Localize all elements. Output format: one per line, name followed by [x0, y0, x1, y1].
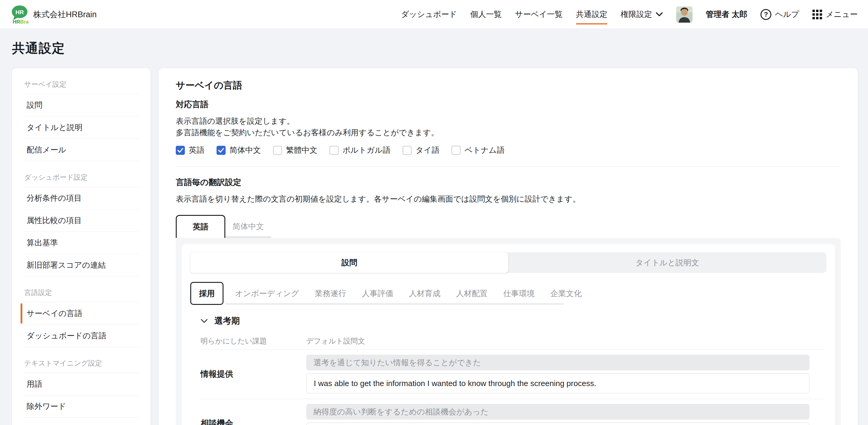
company-name: 株式会社HRBrain [33, 9, 97, 20]
checkbox-vietnamese[interactable]: ベトナム語 [452, 145, 504, 156]
checkbox-simplified-chinese[interactable]: 简体中文 [217, 145, 261, 156]
checkbox-traditional-chinese[interactable]: 繁體中文 [273, 145, 317, 156]
chevron-down-icon [200, 319, 208, 323]
hrbrain-logo-icon: HR HRBrain [10, 5, 28, 24]
avatar[interactable] [676, 6, 692, 23]
supported-languages-heading: 対応言語 [176, 99, 841, 110]
help-label: ヘルプ [775, 9, 799, 20]
question-table: 選考期 明らかにしたい課題 デフォルト設問文 情報提供 選考を通じて知りたい情報… [190, 315, 826, 425]
tab-onboarding[interactable]: オンボーディング [227, 282, 307, 305]
table-row: 情報提供 選考を通じて知りたい情報を得ることができた I was able to… [200, 350, 824, 399]
section-divider [176, 166, 841, 167]
nav-common-settings[interactable]: 共通設定 [576, 9, 607, 20]
language-checkbox-row: 英語 简体中文 繁體中文 ポルトガル語 タイ語 [176, 145, 841, 156]
checkbox-unchecked-icon [273, 146, 282, 155]
table-header-row: 明らかにしたい課題 デフォルト設問文 [200, 336, 826, 346]
sidebar-item-questions[interactable]: 設問 [24, 94, 139, 117]
segment-questions[interactable]: 設問 [190, 252, 508, 273]
tab-hr-evaluation[interactable]: 人事評価 [354, 282, 401, 305]
translation-settings-desc: 表示言語を切り替えた際の文言の初期値を設定します。各サーベイの編集画面では設問文… [176, 193, 841, 205]
chevron-down-icon [656, 12, 663, 17]
page-title: 共通設定 [12, 40, 858, 57]
checkbox-unchecked-icon [330, 146, 339, 155]
sidebar-item-excluded-words[interactable]: 除外ワード [24, 395, 139, 418]
sidebar-item-analysis-condition[interactable]: 分析条件の項目 [24, 187, 139, 209]
tab-talent-placement[interactable]: 人材配置 [448, 282, 495, 305]
tab-work-execution[interactable]: 業務遂行 [307, 282, 354, 305]
tab-english[interactable]: 英語 [176, 215, 225, 238]
row-label-information: 情報提供 [200, 368, 306, 380]
checkbox-unchecked-icon [403, 146, 412, 155]
top-navigation: ダッシュボード 個人一覧 サーベイ一覧 共通設定 権限設定 管理者 太郎 ? ヘ… [401, 6, 858, 23]
sidebar-section-text-mining-settings: テキストマイニング設定 [24, 354, 139, 373]
sidebar-item-title-description[interactable]: タイトルと説明 [24, 117, 139, 139]
tab-recruitment[interactable]: 採用 [190, 282, 223, 305]
nav-survey-list[interactable]: サーベイ一覧 [515, 9, 563, 20]
tab-work-environment[interactable]: 仕事環境 [495, 282, 542, 305]
menu-link[interactable]: メニュー [812, 9, 858, 20]
column-header-issue: 明らかにしたい課題 [200, 336, 306, 346]
japanese-question-input: 納得度の高い判断をするための相談機会があった [306, 404, 809, 420]
translation-panel: 設問 タイトルと説明文 採用 オンボーディング 業務遂行 人事評価 人材育成 人… [176, 238, 841, 425]
nav-permission-settings[interactable]: 権限設定 [621, 9, 663, 20]
sidebar-item-terms[interactable]: 用語 [24, 373, 139, 395]
checkbox-checked-icon [217, 146, 226, 155]
main-title: サーベイの言語 [176, 79, 841, 92]
svg-text:HR: HR [16, 9, 24, 15]
category-tab-bar: 採用 オンボーディング 業務遂行 人事評価 人材育成 人材配置 仕事環境 企業文… [190, 282, 826, 305]
nav-individual-list[interactable]: 個人一覧 [470, 9, 502, 20]
language-tab-bar: 英語 简体中文 [176, 215, 841, 238]
grid-menu-icon [812, 10, 822, 19]
sidebar-section-survey-settings: サーベイ設定 [24, 75, 139, 94]
checkbox-thai[interactable]: タイ語 [403, 145, 439, 156]
help-icon: ? [761, 9, 771, 20]
sidebar-item-calculation-standard[interactable]: 算出基準 [24, 232, 139, 254]
english-question-input[interactable]: There was an opportunity for consultatio… [306, 423, 809, 425]
menu-label: メニュー [826, 9, 858, 20]
group-title-label: 選考期 [214, 315, 240, 327]
svg-text:HRBrain: HRBrain [13, 19, 28, 24]
table-row: 相談機会 納得度の高い判断をするための相談機会があった There was an… [200, 399, 824, 425]
sidebar-item-attribute-comparison[interactable]: 属性比較の項目 [24, 209, 139, 232]
checkbox-portuguese[interactable]: ポルトガル語 [330, 145, 391, 156]
translation-settings-heading: 言語毎の翻訳設定 [176, 177, 841, 188]
row-label-consultation: 相談機会 [200, 418, 306, 425]
tab-simplified-chinese[interactable]: 简体中文 [225, 215, 271, 238]
user-name: 管理者 太郎 [706, 9, 747, 20]
column-header-default-question: デフォルト設問文 [306, 336, 365, 346]
topbar: HR HRBrain 株式会社HRBrain ダッシュボード 個人一覧 サーベイ… [0, 0, 868, 29]
checkbox-english[interactable]: 英語 [176, 145, 205, 156]
sidebar-item-dashboard-language[interactable]: ダッシュボードの言語 [24, 325, 139, 347]
sidebar-section-dashboard-settings: ダッシュボード設定 [24, 168, 139, 187]
nav-permission-label: 権限設定 [621, 9, 652, 20]
sidebar-item-delivery-mail[interactable]: 配信メール [24, 139, 139, 161]
checkbox-unchecked-icon [452, 146, 461, 155]
group-screening-period[interactable]: 選考期 [200, 315, 826, 327]
help-link[interactable]: ? ヘルプ [761, 9, 799, 20]
brand: HR HRBrain 株式会社HRBrain [10, 5, 97, 24]
segment-title-description[interactable]: タイトルと説明文 [508, 252, 826, 273]
sidebar-section-language-settings: 言語設定 [24, 284, 139, 302]
tab-talent-development[interactable]: 人材育成 [401, 282, 448, 305]
sidebar-item-dept-score-link[interactable]: 新旧部署スコアの連結 [24, 254, 139, 276]
translation-inner-card: 設問 タイトルと説明文 採用 オンボーディング 業務遂行 人事評価 人材育成 人… [182, 244, 835, 425]
japanese-question-input: 選考を通じて知りたい情報を得ることができた [306, 355, 809, 370]
checkbox-checked-icon [176, 146, 185, 155]
sidebar-item-survey-language[interactable]: サーベイの言語 [24, 302, 139, 325]
settings-sidebar: サーベイ設定 設問 タイトルと説明 配信メール ダッシュボード設定 分析条件の項… [12, 68, 150, 425]
supported-languages-desc-2: 多言語機能をご契約いただいているお客様のみ利用することができます。 [176, 127, 841, 138]
tab-corporate-culture[interactable]: 企業文化 [542, 282, 590, 305]
main-content-card: サーベイの言語 対応言語 表示言語の選択肢を設定します。 多言語機能をご契約いた… [159, 68, 858, 425]
supported-languages-desc-1: 表示言語の選択肢を設定します。 [176, 115, 841, 127]
nav-dashboard[interactable]: ダッシュボード [401, 9, 457, 20]
question-title-segmented-control: 設問 タイトルと説明文 [190, 252, 826, 273]
english-question-input[interactable]: I was able to get the information I want… [306, 373, 809, 393]
